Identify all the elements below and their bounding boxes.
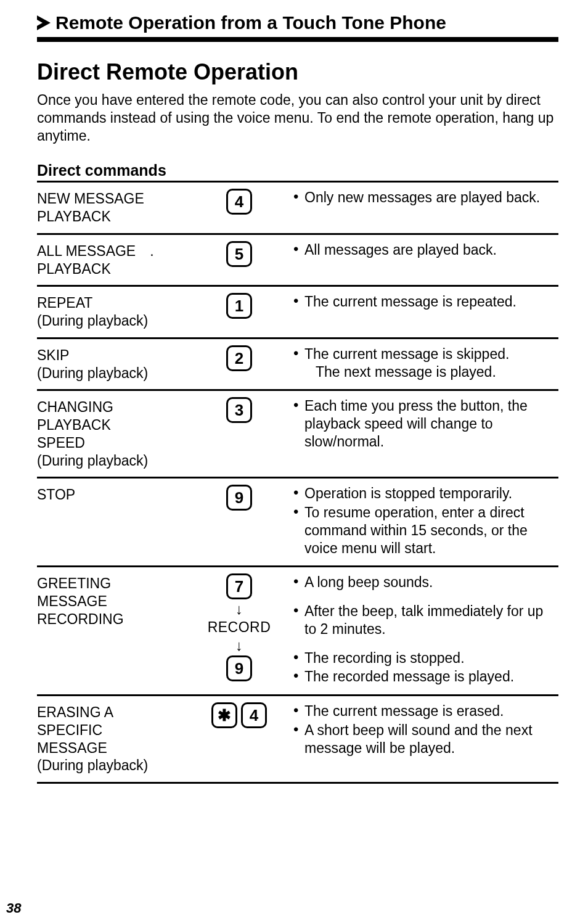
key-3-icon: 3 <box>226 397 252 423</box>
command-keys: 4 <box>190 189 288 215</box>
command-name: GREETING MESSAGE RECORDING <box>37 573 185 628</box>
command-description: Only new messages are played back. <box>293 189 558 208</box>
bullet-item: The recording is stopped. <box>293 649 558 667</box>
pointer-right-icon <box>37 15 51 30</box>
key-2-icon: 2 <box>226 345 252 371</box>
command-name-line: RECORDING <box>37 611 124 627</box>
bullet-item: To resume operation, enter a direct comm… <box>293 504 558 557</box>
command-name: CHANGING PLAYBACK SPEED (During playback… <box>37 397 185 469</box>
command-row: ALL MESSAGE . PLAYBACK 5 All messages ar… <box>37 233 558 285</box>
command-row: GREETING MESSAGE RECORDING 7 ↓ RECORD ↓ … <box>37 565 558 694</box>
command-description: The current message is erased. A short b… <box>293 702 558 758</box>
command-name: STOP <box>37 485 185 504</box>
command-row: REPEAT (During playback) 1 The current m… <box>37 285 558 337</box>
bullet-text: The current message is skipped. <box>304 346 509 362</box>
command-name-line: PLAYBACK <box>37 208 111 224</box>
key-9-icon: 9 <box>226 485 252 511</box>
command-description: All messages are played back. <box>293 241 558 260</box>
key-7-icon: 7 <box>226 573 252 599</box>
bullet-sub: The next message is played. <box>304 363 558 381</box>
intro-paragraph: Once you have entered the remote code, y… <box>37 91 558 144</box>
page-number: 38 <box>6 900 21 916</box>
command-row: CHANGING PLAYBACK SPEED (During playback… <box>37 389 558 477</box>
command-name-line: MESSAGE <box>37 593 107 609</box>
command-name-line: ALL MESSAGE <box>37 243 136 259</box>
command-name: ERASING A SPECIFIC MESSAGE (During playb… <box>37 702 185 774</box>
command-description: The current message is skipped. The next… <box>293 345 558 382</box>
command-name-line: SKIP <box>37 347 69 363</box>
bullet-item: The current message is erased. <box>293 702 558 720</box>
command-row: SKIP (During playback) 2 The current mes… <box>37 337 558 390</box>
command-name-line: (During playback) <box>37 757 148 773</box>
command-name-line: PLAYBACK <box>37 417 111 433</box>
command-name-line: NEW MESSAGE <box>37 191 144 207</box>
bullet-item: The current message is repeated. <box>293 293 558 311</box>
command-name-line: ERASING A <box>37 704 113 720</box>
down-arrow-icon: ↓ <box>235 638 243 653</box>
bullet-item: All messages are played back. <box>293 241 558 259</box>
bullet-item: Operation is stopped temporarily. <box>293 485 558 503</box>
command-row: NEW MESSAGE PLAYBACK 4 Only new messages… <box>37 181 558 233</box>
bullet-item: Only new messages are played back. <box>293 189 558 207</box>
command-name-line: STOP <box>37 487 75 503</box>
command-keys: 1 <box>190 293 288 319</box>
command-name-line: MESSAGE <box>37 740 107 756</box>
command-name-line: CHANGING <box>37 399 113 415</box>
command-description: Operation is stopped temporarily. To res… <box>293 485 558 558</box>
command-name: ALL MESSAGE . PLAYBACK <box>37 241 185 278</box>
bullet-item: The current message is skipped. The next… <box>293 345 558 381</box>
bullet-item: The recorded message is played. <box>293 668 558 686</box>
command-name-line: (During playback) <box>37 313 148 329</box>
command-name-line: SPECIFIC <box>37 722 102 738</box>
command-name-line: PLAYBACK <box>37 261 111 277</box>
key-1-icon: 1 <box>226 293 252 319</box>
command-keys: 2 <box>190 345 288 371</box>
command-name-line: (During playback) <box>37 453 148 469</box>
bullet-item: A long beep sounds. <box>293 573 558 591</box>
command-description: The current message is repeated. <box>293 293 558 312</box>
command-name: REPEAT (During playback) <box>37 293 185 330</box>
key-4-icon: 4 <box>226 189 252 215</box>
section-header-text: Remote Operation from a Touch Tone Phone <box>55 12 446 33</box>
page: Remote Operation from a Touch Tone Phone… <box>0 0 588 920</box>
command-name: SKIP (During playback) <box>37 345 185 382</box>
command-keys: ✱ 4 <box>190 702 288 728</box>
down-arrow-icon: ↓ <box>235 602 243 617</box>
page-title: Direct Remote Operation <box>37 59 558 85</box>
key-star-icon: ✱ <box>211 702 237 728</box>
command-name-line: GREETING <box>37 575 111 591</box>
command-name-line: SPEED <box>37 435 85 451</box>
command-keys: 7 ↓ RECORD ↓ 9 <box>190 573 288 681</box>
key-4-icon: 4 <box>241 702 267 728</box>
command-keys: 9 <box>190 485 288 511</box>
command-description: Each time you press the button, the play… <box>293 397 558 451</box>
key-5-icon: 5 <box>226 241 252 267</box>
direct-commands-heading: Direct commands <box>37 162 558 179</box>
bullet-item: Each time you press the button, the play… <box>293 397 558 450</box>
command-description: A long beep sounds. After the beep, talk… <box>293 573 558 687</box>
command-name-line: REPEAT <box>37 295 92 311</box>
commands-table: NEW MESSAGE PLAYBACK 4 Only new messages… <box>37 181 558 784</box>
svg-marker-0 <box>37 15 51 30</box>
section-header: Remote Operation from a Touch Tone Phone <box>37 12 558 33</box>
command-keys: 3 <box>190 397 288 423</box>
record-step-label: RECORD <box>208 619 271 636</box>
key-9-icon: 9 <box>226 655 252 681</box>
command-row: STOP 9 Operation is stopped temporarily.… <box>37 477 558 565</box>
thick-rule <box>37 37 558 42</box>
command-row: ERASING A SPECIFIC MESSAGE (During playb… <box>37 694 558 784</box>
bullet-item: After the beep, talk immediately for up … <box>293 602 558 638</box>
command-name: NEW MESSAGE PLAYBACK <box>37 189 185 226</box>
bullet-item: A short beep will sound and the next mes… <box>293 721 558 757</box>
stray-dot: . <box>147 242 156 260</box>
command-keys: 5 <box>190 241 288 267</box>
command-name-line: (During playback) <box>37 365 148 381</box>
